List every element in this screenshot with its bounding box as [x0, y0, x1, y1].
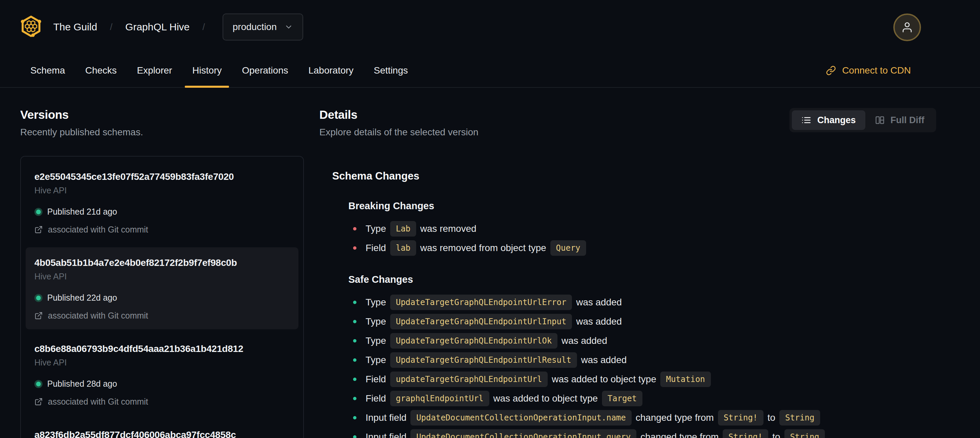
project-name[interactable]: GraphQL Hive — [126, 21, 190, 33]
change-text: Input field — [366, 432, 406, 438]
change-code-badge: String! — [723, 429, 768, 438]
version-commit-link[interactable]: associated with Git commit — [34, 311, 290, 320]
change-code-badge: UpdateTargetGraphQLEndpointUrlInput — [390, 314, 572, 329]
change-code-badge: Query — [550, 240, 586, 256]
change-content: Input fieldUpdateDocumentCollectionOpera… — [366, 410, 824, 425]
version-commit-label: associated with Git commit — [48, 311, 148, 320]
change-code-badge: String! — [718, 410, 764, 425]
version-card[interactable]: c8b6e88a06793b9c4dfd54aaa21b36a1b421d812… — [25, 333, 299, 416]
change-bullet-icon — [353, 227, 356, 231]
view-toggle: Changes Full Diff — [789, 108, 936, 132]
external-link-icon — [34, 225, 43, 234]
change-text: Type — [366, 223, 386, 234]
change-content: Input fieldUpdateDocumentCollectionOpera… — [366, 429, 829, 438]
version-status: Published 21d ago — [34, 207, 290, 217]
hive-logo-icon[interactable] — [20, 15, 42, 39]
change-code-badge: updateTargetGraphQLEndpointUrl — [390, 371, 548, 387]
main-nav: Schema Checks Explorer History Operation… — [0, 54, 980, 88]
published-dot-icon — [36, 210, 41, 214]
tab-label: Checks — [85, 65, 117, 76]
tab-history[interactable]: History — [182, 54, 232, 87]
changes-view-button[interactable]: Changes — [792, 110, 865, 130]
connect-cdn-label: Connect to CDN — [842, 65, 911, 76]
tab-checks[interactable]: Checks — [75, 54, 127, 87]
version-card[interactable]: a823f6db2a55df877dcf406006abca97fcc4858c… — [25, 419, 299, 438]
change-text: changed type from — [636, 413, 714, 423]
tab-settings[interactable]: Settings — [364, 54, 418, 87]
change-code-badge: graphqlEndpointUrl — [390, 391, 489, 406]
chevron-down-icon — [284, 22, 293, 31]
change-text: Field — [366, 243, 386, 253]
change-content: Fieldlabwas removed from object typeQuer… — [366, 240, 590, 256]
change-row: TypeUpdateTargetGraphQLEndpointUrlInputw… — [353, 314, 960, 329]
change-code-badge: UpdateTargetGraphQLEndpointUrlError — [390, 295, 572, 310]
versions-panel: Versions Recently published schemas. e2e… — [20, 108, 304, 438]
version-published: Published 28d ago — [47, 379, 117, 389]
tab-operations[interactable]: Operations — [232, 54, 298, 87]
version-commit-link[interactable]: associated with Git commit — [34, 225, 290, 234]
change-text: was added — [562, 335, 607, 346]
schema-changes-section: Schema Changes Breaking Changes TypeLabw… — [319, 170, 960, 438]
version-commit-link[interactable]: associated with Git commit — [34, 397, 290, 407]
schema-changes-title: Schema Changes — [332, 170, 960, 182]
version-commit-label: associated with Git commit — [48, 225, 148, 234]
tab-label: Schema — [30, 65, 65, 76]
change-code-badge: String — [780, 410, 820, 425]
version-hash: a823f6db2a55df877dcf406006abca97fcc4858c — [34, 430, 290, 438]
change-code-badge: UpdateDocumentCollectionOperationInput.n… — [410, 410, 631, 425]
change-code-badge: String — [784, 429, 825, 438]
change-text: Field — [366, 374, 386, 385]
change-content: FieldgraphqlEndpointUrlwas added to obje… — [366, 391, 646, 406]
change-bullet-icon — [353, 246, 356, 250]
change-code-badge: Lab — [390, 221, 416, 237]
change-bullet-icon — [353, 397, 356, 400]
full-diff-view-button[interactable]: Full Diff — [865, 110, 934, 130]
change-text: was added to object type — [493, 393, 598, 404]
published-dot-icon — [36, 382, 41, 386]
connect-cdn-link[interactable]: Connect to CDN — [826, 65, 911, 76]
version-service: Hive API — [34, 358, 290, 368]
version-card[interactable]: e2e55045345ce13fe07f52a77459b83fa3fe7020… — [25, 161, 299, 243]
change-content: FieldupdateTargetGraphQLEndpointUrlwas a… — [366, 371, 715, 387]
change-text: to — [768, 413, 775, 423]
change-row: TypeLabwas removed — [353, 221, 960, 237]
change-text: was removed from object type — [420, 243, 546, 253]
version-card[interactable]: 4b05ab51b1b4a7e2e4b0ef82172f2b9f7ef98c0b… — [25, 247, 299, 329]
change-bullet-icon — [353, 416, 356, 419]
versions-title: Versions — [20, 108, 304, 121]
app-header: The Guild / GraphQL Hive / production — [0, 0, 980, 54]
version-commit-label: associated with Git commit — [48, 397, 148, 407]
change-bullet-icon — [353, 435, 356, 438]
link-icon — [826, 65, 836, 76]
tab-explorer[interactable]: Explorer — [127, 54, 182, 87]
user-avatar[interactable] — [893, 13, 921, 41]
change-code-badge: UpdateTargetGraphQLEndpointUrlResult — [390, 352, 577, 368]
org-name[interactable]: The Guild — [53, 21, 97, 33]
change-row: TypeUpdateTargetGraphQLEndpointUrlResult… — [353, 352, 960, 368]
list-icon — [801, 115, 811, 125]
change-text: Input field — [366, 413, 406, 423]
change-content: TypeUpdateTargetGraphQLEndpointUrlResult… — [366, 352, 627, 368]
tab-label: Laboratory — [308, 65, 353, 76]
tab-laboratory[interactable]: Laboratory — [298, 54, 364, 87]
external-link-icon — [34, 311, 43, 320]
change-group-title: Breaking Changes — [348, 201, 960, 212]
change-text: changed type from — [640, 432, 719, 438]
versions-list: e2e55045345ce13fe07f52a77459b83fa3fe7020… — [20, 156, 304, 438]
version-hash: 4b05ab51b1b4a7e2e4b0ef82172f2b9f7ef98c0b — [34, 258, 290, 268]
environment-selector[interactable]: production — [223, 13, 303, 40]
tab-label: History — [192, 65, 221, 76]
change-bullet-icon — [353, 339, 356, 342]
version-published: Published 21d ago — [47, 207, 117, 217]
changes-view-label: Changes — [817, 115, 856, 126]
change-text: was removed — [420, 223, 477, 234]
version-status: Published 28d ago — [34, 379, 290, 389]
change-row: FieldupdateTargetGraphQLEndpointUrlwas a… — [353, 371, 960, 387]
columns-icon — [875, 115, 885, 125]
change-text: Type — [366, 297, 386, 308]
change-row: Fieldlabwas removed from object typeQuer… — [353, 240, 960, 256]
tab-schema[interactable]: Schema — [20, 54, 75, 87]
change-content: TypeLabwas removed — [366, 221, 477, 237]
change-bullet-icon — [353, 301, 356, 304]
change-code-badge: UpdateTargetGraphQLEndpointUrlOk — [390, 333, 557, 349]
